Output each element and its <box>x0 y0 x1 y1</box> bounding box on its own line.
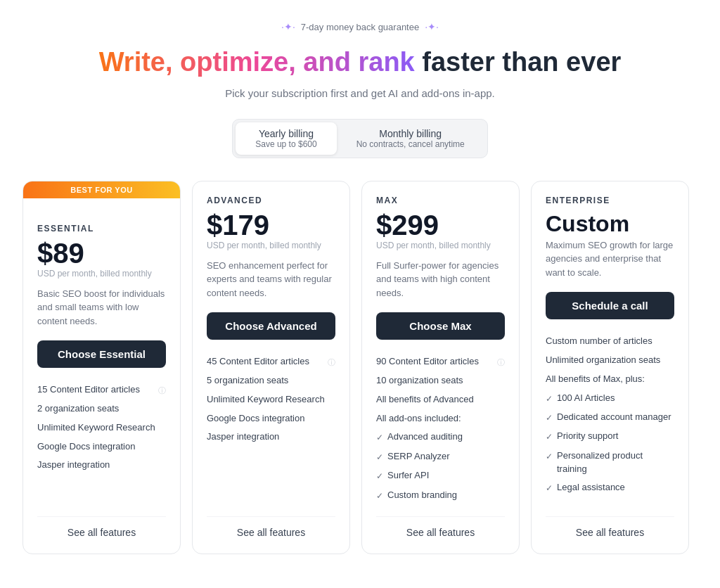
feature-item: Google Docs integration <box>207 409 335 428</box>
guarantee-icon-right: ·✦· <box>425 21 439 32</box>
features-list-essential: 15 Content Editor articlesⓘ2 organizatio… <box>37 381 166 475</box>
feature-item: ✓Legal assistance <box>546 478 674 497</box>
feature-item: ✓Personalized product training <box>546 447 674 479</box>
plan-price-max: $299 <box>376 211 505 239</box>
plan-name-max: MAX <box>376 196 505 205</box>
plan-card-enterprise: ENTERPRISE Custom Maximum SEO growth for… <box>531 181 689 554</box>
plan-name-enterprise: ENTERPRISE <box>546 196 674 205</box>
checkmark-icon: ✓ <box>546 482 553 494</box>
feature-item: 10 organization seats <box>376 371 505 390</box>
billing-toggle: Yearly billing Save up to $600 Monthly b… <box>232 119 487 158</box>
billing-yearly-sublabel: Save up to $600 <box>255 139 316 149</box>
see-features-btn-max[interactable]: See all features <box>362 517 519 539</box>
plan-btn-enterprise[interactable]: Schedule a call <box>546 292 674 319</box>
feature-item: Jasper integration <box>207 428 335 447</box>
plan-price-enterprise: Custom <box>546 211 674 237</box>
billing-yearly-label: Yearly billing <box>255 128 316 139</box>
checkmark-icon: ✓ <box>546 412 553 424</box>
best-for-you-badge: BEST FOR YOU <box>23 181 180 198</box>
feature-item: 45 Content Editor articlesⓘ <box>207 352 335 371</box>
checkmark-icon: ✓ <box>376 471 383 482</box>
see-features-btn-advanced[interactable]: See all features <box>193 517 349 539</box>
checkmark-icon: ✓ <box>376 452 383 464</box>
billing-yearly[interactable]: Yearly billing Save up to $600 <box>236 122 336 155</box>
plan-btn-essential[interactable]: Choose Essential <box>37 340 166 368</box>
plan-price-advanced: $179 <box>207 211 335 239</box>
plan-btn-max[interactable]: Choose Max <box>376 312 505 340</box>
feature-item: 90 Content Editor articlesⓘ <box>376 352 505 371</box>
headline: Write, optimize, and rank faster than ev… <box>99 46 622 79</box>
checkmark-icon: ✓ <box>376 432 383 444</box>
plan-desc-max: Full Surfer-power for agencies and teams… <box>376 259 505 300</box>
subtitle: Pick your subscription first and get AI … <box>225 87 495 99</box>
billing-monthly-sublabel: No contracts, cancel anytime <box>356 139 465 149</box>
plan-name-essential: ESSENTIAL <box>37 224 166 234</box>
plan-btn-advanced[interactable]: Choose Advanced <box>207 312 335 340</box>
checkmark-icon: ✓ <box>546 451 553 463</box>
feature-item: 5 organization seats <box>207 371 335 390</box>
checkmark-icon: ✓ <box>546 393 553 405</box>
guarantee-icon-left: ·✦· <box>281 21 295 32</box>
plan-billing-max: USD per month, billed monthly <box>376 241 505 250</box>
plan-name-advanced: ADVANCED <box>207 196 335 205</box>
info-icon: ⓘ <box>158 385 166 397</box>
feature-item: Google Docs integration <box>37 437 166 456</box>
feature-item: Custom number of articles <box>546 332 674 351</box>
plans-grid: BEST FOR YOU ESSENTIAL $89 USD per month… <box>22 181 698 554</box>
plan-billing-advanced: USD per month, billed monthly <box>207 241 335 250</box>
feature-item: ✓Priority support <box>546 427 674 446</box>
checkmark-icon: ✓ <box>376 490 383 502</box>
feature-item: Unlimited organization seats <box>546 351 674 370</box>
feature-item: ✓Dedicated account manager <box>546 408 674 427</box>
guarantee-bar: ·✦· 7-day money back guarantee ·✦· <box>281 21 439 32</box>
feature-item: ✓100 AI Articles <box>546 389 674 408</box>
headline-colored: Write, optimize, and rank <box>99 47 415 77</box>
feature-item: Unlimited Keyword Research <box>207 390 335 409</box>
see-features-btn-enterprise[interactable]: See all features <box>532 517 688 539</box>
feature-item: ✓Surfer API <box>376 466 505 485</box>
plan-billing-essential: USD per month, billed monthly <box>37 269 166 279</box>
info-icon: ⓘ <box>328 357 335 369</box>
feature-item: Unlimited Keyword Research <box>37 418 166 437</box>
features-list-enterprise: Custom number of articlesUnlimited organ… <box>546 332 674 498</box>
plan-desc-enterprise: Maximum SEO growth for large agencies an… <box>546 238 674 280</box>
feature-item: All benefits of Max, plus: <box>546 370 674 389</box>
guarantee-text: 7-day money back guarantee <box>301 22 419 32</box>
feature-item: All benefits of Advanced <box>376 390 505 409</box>
feature-item: Jasper integration <box>37 456 166 475</box>
features-list-max: 90 Content Editor articlesⓘ10 organizati… <box>376 352 505 505</box>
plan-card-advanced: ADVANCED $179 USD per month, billed mont… <box>192 181 350 554</box>
headline-dark: faster than ever <box>415 47 622 77</box>
checkmark-icon: ✓ <box>546 431 553 443</box>
feature-item: ✓Advanced auditing <box>376 428 505 447</box>
plan-desc-essential: Basic SEO boost for individuals and smal… <box>37 287 166 328</box>
plan-card-max: MAX $299 USD per month, billed monthly F… <box>361 181 520 554</box>
info-icon: ⓘ <box>497 357 505 369</box>
plan-price-essential: $89 <box>37 239 166 267</box>
feature-item: All add-ons included: <box>376 409 505 428</box>
plan-card-essential: BEST FOR YOU ESSENTIAL $89 USD per month… <box>22 181 181 554</box>
feature-item: ✓SERP Analyzer <box>376 447 505 466</box>
feature-item: 2 organization seats <box>37 400 166 418</box>
see-features-btn-essential[interactable]: See all features <box>23 517 180 539</box>
feature-item: 15 Content Editor articlesⓘ <box>37 381 166 400</box>
plan-desc-advanced: SEO enhancement perfect for experts and … <box>207 259 335 300</box>
billing-monthly-label: Monthly billing <box>356 128 465 139</box>
feature-item: ✓Custom branding <box>376 486 505 505</box>
billing-monthly[interactable]: Monthly billing No contracts, cancel any… <box>337 122 484 155</box>
features-list-advanced: 45 Content Editor articlesⓘ5 organizatio… <box>207 352 335 447</box>
